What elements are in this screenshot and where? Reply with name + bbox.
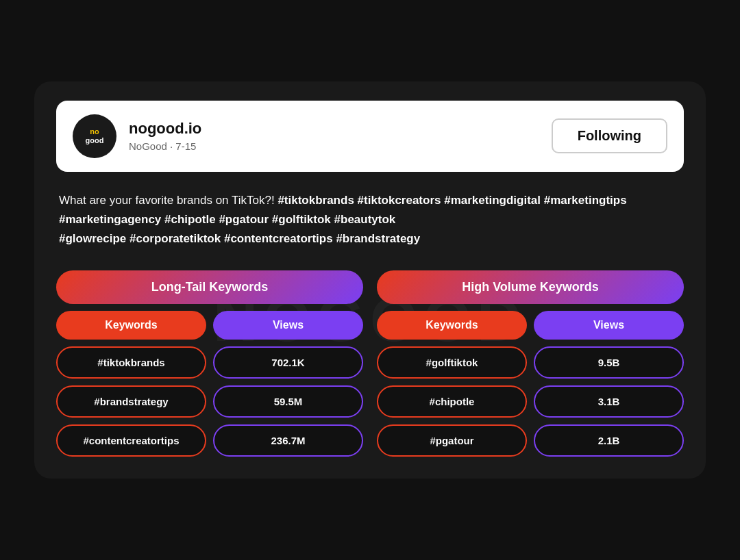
- profile-info: nogood.io NoGood · 7-15: [129, 120, 201, 152]
- profile-left: nogood nogood.io NoGood · 7-15: [73, 114, 201, 158]
- hashtag-brandstrategy: #brandstrategy: [336, 232, 420, 245]
- hv-keywords-col: Keywords: [377, 311, 527, 340]
- logo-text: nogood: [86, 127, 104, 145]
- profile-card: nogood nogood.io NoGood · 7-15 Following: [56, 101, 684, 172]
- hashtag-corporatetiktok: #corporatetiktok: [130, 232, 221, 245]
- hashtag-tiktokbrands: #tiktokbrands: [278, 194, 354, 207]
- high-volume-header: High Volume Keywords: [377, 270, 684, 304]
- hv-keyword-1: #golftiktok: [377, 346, 527, 379]
- lt-views-3: 236.7M: [213, 424, 363, 457]
- lt-keyword-2: #brandstrategy: [56, 385, 206, 418]
- hashtag-chipotle: #chipotle: [164, 213, 216, 226]
- long-tail-col-headers: Keywords Views: [56, 311, 363, 340]
- table-row: #golftiktok 9.5B: [377, 346, 684, 379]
- long-tail-section: Long-Tail Keywords Keywords Views #tikto…: [56, 270, 363, 457]
- hashtag-contentcreatortips: #contentcreatortips: [224, 232, 333, 245]
- high-volume-section: High Volume Keywords Keywords Views #gol…: [377, 270, 684, 457]
- hv-views-2: 3.1B: [534, 385, 684, 418]
- long-tail-views-col: Views: [213, 311, 363, 340]
- tables-container: Long-Tail Keywords Keywords Views #tikto…: [56, 270, 684, 457]
- hashtag-golftiktok: #golftiktok: [272, 213, 331, 226]
- hashtag-marketingagency: #marketingagency: [59, 213, 161, 226]
- long-tail-keywords-col: Keywords: [56, 311, 206, 340]
- hv-views-1: 9.5B: [534, 346, 684, 379]
- hashtag-tiktokcreators: #tiktokcreators: [358, 194, 441, 207]
- main-card: nogood nogood.io NoGood · 7-15 Following…: [34, 81, 706, 479]
- high-volume-col-headers: Keywords Views: [377, 311, 684, 340]
- table-row: #chipotle 3.1B: [377, 385, 684, 418]
- hashtag-beautytok: #beautytok: [334, 213, 396, 226]
- table-row: #pgatour 2.1B: [377, 424, 684, 457]
- hv-views-col: Views: [534, 311, 684, 340]
- hashtag-marketingdigital: #marketingdigital: [444, 194, 541, 207]
- following-button[interactable]: Following: [552, 118, 667, 153]
- hv-keyword-3: #pgatour: [377, 424, 527, 457]
- lt-keyword-3: #contentcreatortips: [56, 424, 206, 457]
- hv-keyword-2: #chipotle: [377, 385, 527, 418]
- lt-views-1: 702.1K: [213, 346, 363, 379]
- table-row: #brandstrategy 59.5M: [56, 385, 363, 418]
- table-row: #tiktokbrands 702.1K: [56, 346, 363, 379]
- post-text: What are your favorite brands on TikTok?…: [56, 191, 684, 249]
- hashtag-glowrecipe: #glowrecipe: [59, 232, 126, 245]
- long-tail-header: Long-Tail Keywords: [56, 270, 363, 304]
- hashtag-marketingtips: #marketingtips: [544, 194, 627, 207]
- lt-views-2: 59.5M: [213, 385, 363, 418]
- table-row: #contentcreatortips 236.7M: [56, 424, 363, 457]
- company-logo: nogood: [73, 114, 116, 158]
- profile-sub: NoGood · 7-15: [129, 140, 201, 152]
- hashtag-pgatour: #pgatour: [219, 213, 269, 226]
- lt-keyword-1: #tiktokbrands: [56, 346, 206, 379]
- hv-views-3: 2.1B: [534, 424, 684, 457]
- profile-name: nogood.io: [129, 120, 201, 138]
